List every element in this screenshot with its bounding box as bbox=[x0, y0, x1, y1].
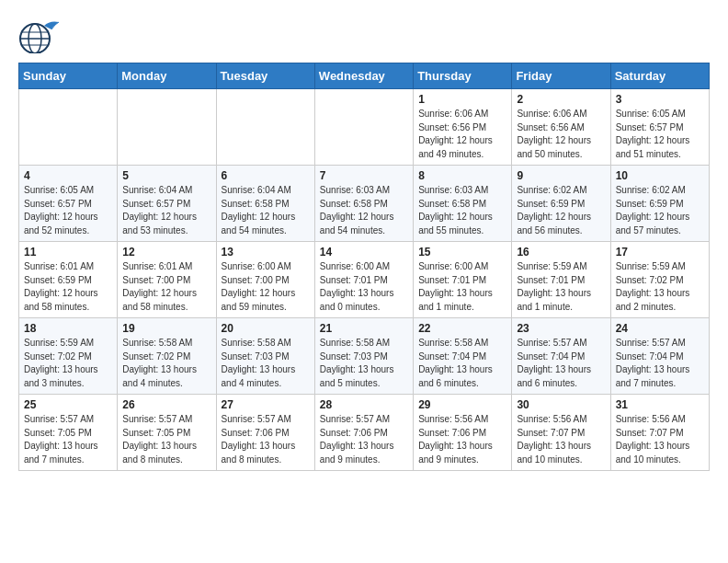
calendar-cell: 12Sunrise: 6:01 AM Sunset: 7:00 PM Dayli… bbox=[118, 242, 216, 318]
calendar-cell: 9Sunrise: 6:02 AM Sunset: 6:59 PM Daylig… bbox=[512, 166, 610, 242]
day-number: 26 bbox=[122, 398, 210, 411]
calendar-cell bbox=[314, 89, 413, 166]
day-info: Sunrise: 6:02 AM Sunset: 6:59 PM Dayligh… bbox=[517, 184, 605, 237]
logo-icon bbox=[18, 18, 59, 53]
calendar-cell: 2Sunrise: 6:06 AM Sunset: 6:56 AM Daylig… bbox=[512, 89, 610, 166]
calendar-cell: 31Sunrise: 5:56 AM Sunset: 7:07 PM Dayli… bbox=[610, 395, 709, 471]
day-number: 18 bbox=[24, 322, 112, 335]
day-info: Sunrise: 5:56 AM Sunset: 7:07 PM Dayligh… bbox=[616, 413, 704, 466]
day-info: Sunrise: 6:00 AM Sunset: 7:01 PM Dayligh… bbox=[418, 260, 506, 314]
day-number: 21 bbox=[320, 322, 408, 335]
day-number: 14 bbox=[320, 246, 408, 259]
weekday-header: Thursday bbox=[414, 63, 512, 89]
calendar-cell: 20Sunrise: 5:58 AM Sunset: 7:03 PM Dayli… bbox=[216, 318, 314, 395]
day-info: Sunrise: 5:57 AM Sunset: 7:06 PM Dayligh… bbox=[222, 413, 310, 466]
calendar-cell: 23Sunrise: 5:57 AM Sunset: 7:04 PM Dayli… bbox=[512, 318, 610, 395]
calendar-table: SundayMondayTuesdayWednesdayThursdayFrid… bbox=[18, 63, 710, 471]
logo bbox=[18, 18, 61, 53]
calendar-cell bbox=[118, 89, 216, 166]
calendar-cell: 18Sunrise: 5:59 AM Sunset: 7:02 PM Dayli… bbox=[19, 318, 118, 395]
day-number: 25 bbox=[24, 398, 112, 411]
day-number: 4 bbox=[24, 169, 112, 182]
day-info: Sunrise: 5:59 AM Sunset: 7:02 PM Dayligh… bbox=[24, 337, 112, 390]
day-info: Sunrise: 5:57 AM Sunset: 7:05 PM Dayligh… bbox=[24, 413, 112, 466]
day-number: 6 bbox=[222, 169, 310, 182]
calendar-cell: 14Sunrise: 6:00 AM Sunset: 7:01 PM Dayli… bbox=[314, 242, 413, 318]
day-info: Sunrise: 5:58 AM Sunset: 7:02 PM Dayligh… bbox=[122, 337, 210, 390]
calendar-cell: 8Sunrise: 6:03 AM Sunset: 6:58 PM Daylig… bbox=[414, 166, 512, 242]
calendar-cell: 10Sunrise: 6:02 AM Sunset: 6:59 PM Dayli… bbox=[610, 166, 709, 242]
day-info: Sunrise: 6:06 AM Sunset: 6:56 PM Dayligh… bbox=[418, 108, 506, 161]
day-info: Sunrise: 5:58 AM Sunset: 7:03 PM Dayligh… bbox=[222, 337, 310, 390]
day-number: 27 bbox=[222, 398, 310, 411]
calendar-cell: 30Sunrise: 5:56 AM Sunset: 7:07 PM Dayli… bbox=[512, 395, 610, 471]
day-info: Sunrise: 5:58 AM Sunset: 7:04 PM Dayligh… bbox=[418, 337, 506, 390]
day-info: Sunrise: 5:57 AM Sunset: 7:05 PM Dayligh… bbox=[122, 413, 210, 466]
calendar-cell: 4Sunrise: 6:05 AM Sunset: 6:57 PM Daylig… bbox=[19, 166, 118, 242]
calendar-cell: 29Sunrise: 5:56 AM Sunset: 7:06 PM Dayli… bbox=[414, 395, 512, 471]
calendar-cell: 26Sunrise: 5:57 AM Sunset: 7:05 PM Dayli… bbox=[118, 395, 216, 471]
day-number: 7 bbox=[320, 169, 408, 182]
day-info: Sunrise: 6:00 AM Sunset: 7:01 PM Dayligh… bbox=[320, 260, 408, 314]
calendar-cell: 5Sunrise: 6:04 AM Sunset: 6:57 PM Daylig… bbox=[118, 166, 216, 242]
weekday-header: Wednesday bbox=[314, 63, 413, 89]
day-info: Sunrise: 6:02 AM Sunset: 6:59 PM Dayligh… bbox=[616, 184, 704, 237]
calendar-cell: 7Sunrise: 6:03 AM Sunset: 6:58 PM Daylig… bbox=[314, 166, 413, 242]
day-number: 22 bbox=[418, 322, 506, 335]
day-info: Sunrise: 6:01 AM Sunset: 7:00 PM Dayligh… bbox=[122, 260, 210, 314]
day-info: Sunrise: 5:58 AM Sunset: 7:03 PM Dayligh… bbox=[320, 337, 408, 390]
day-number: 2 bbox=[517, 93, 605, 106]
day-number: 31 bbox=[616, 398, 704, 411]
calendar-cell: 16Sunrise: 5:59 AM Sunset: 7:01 PM Dayli… bbox=[512, 242, 610, 318]
day-info: Sunrise: 5:56 AM Sunset: 7:07 PM Dayligh… bbox=[517, 413, 605, 466]
day-info: Sunrise: 6:01 AM Sunset: 6:59 PM Dayligh… bbox=[24, 260, 112, 314]
calendar-cell: 13Sunrise: 6:00 AM Sunset: 7:00 PM Dayli… bbox=[216, 242, 314, 318]
weekday-header: Tuesday bbox=[216, 63, 314, 89]
day-number: 11 bbox=[24, 246, 112, 259]
day-number: 8 bbox=[418, 169, 506, 182]
calendar-cell: 6Sunrise: 6:04 AM Sunset: 6:58 PM Daylig… bbox=[216, 166, 314, 242]
day-info: Sunrise: 6:05 AM Sunset: 6:57 PM Dayligh… bbox=[24, 184, 112, 237]
calendar-cell: 24Sunrise: 5:57 AM Sunset: 7:04 PM Dayli… bbox=[610, 318, 709, 395]
day-info: Sunrise: 6:05 AM Sunset: 6:57 PM Dayligh… bbox=[616, 108, 704, 161]
calendar-cell bbox=[216, 89, 314, 166]
weekday-header: Saturday bbox=[610, 63, 709, 89]
calendar-cell: 22Sunrise: 5:58 AM Sunset: 7:04 PM Dayli… bbox=[414, 318, 512, 395]
day-info: Sunrise: 5:59 AM Sunset: 7:02 PM Dayligh… bbox=[616, 260, 704, 314]
day-info: Sunrise: 6:06 AM Sunset: 6:56 AM Dayligh… bbox=[517, 108, 605, 161]
calendar-cell: 21Sunrise: 5:58 AM Sunset: 7:03 PM Dayli… bbox=[314, 318, 413, 395]
day-number: 5 bbox=[122, 169, 210, 182]
weekday-header: Friday bbox=[512, 63, 610, 89]
day-info: Sunrise: 6:00 AM Sunset: 7:00 PM Dayligh… bbox=[222, 260, 310, 314]
day-number: 3 bbox=[616, 93, 704, 106]
day-info: Sunrise: 6:04 AM Sunset: 6:58 PM Dayligh… bbox=[222, 184, 310, 237]
day-info: Sunrise: 6:03 AM Sunset: 6:58 PM Dayligh… bbox=[320, 184, 408, 237]
day-number: 24 bbox=[616, 322, 704, 335]
page-header bbox=[18, 18, 710, 53]
day-number: 12 bbox=[122, 246, 210, 259]
day-number: 23 bbox=[517, 322, 605, 335]
calendar-cell: 1Sunrise: 6:06 AM Sunset: 6:56 PM Daylig… bbox=[414, 89, 512, 166]
calendar-cell: 17Sunrise: 5:59 AM Sunset: 7:02 PM Dayli… bbox=[610, 242, 709, 318]
calendar-cell: 11Sunrise: 6:01 AM Sunset: 6:59 PM Dayli… bbox=[19, 242, 118, 318]
calendar-cell: 27Sunrise: 5:57 AM Sunset: 7:06 PM Dayli… bbox=[216, 395, 314, 471]
day-number: 1 bbox=[418, 93, 506, 106]
day-number: 16 bbox=[517, 246, 605, 259]
day-info: Sunrise: 6:04 AM Sunset: 6:57 PM Dayligh… bbox=[122, 184, 210, 237]
day-info: Sunrise: 5:57 AM Sunset: 7:06 PM Dayligh… bbox=[320, 413, 408, 466]
day-number: 30 bbox=[517, 398, 605, 411]
calendar-cell: 15Sunrise: 6:00 AM Sunset: 7:01 PM Dayli… bbox=[414, 242, 512, 318]
day-info: Sunrise: 6:03 AM Sunset: 6:58 PM Dayligh… bbox=[418, 184, 506, 237]
weekday-header: Monday bbox=[118, 63, 216, 89]
day-info: Sunrise: 5:59 AM Sunset: 7:01 PM Dayligh… bbox=[517, 260, 605, 314]
day-number: 10 bbox=[616, 169, 704, 182]
day-info: Sunrise: 5:57 AM Sunset: 7:04 PM Dayligh… bbox=[517, 337, 605, 390]
calendar-cell: 25Sunrise: 5:57 AM Sunset: 7:05 PM Dayli… bbox=[19, 395, 118, 471]
day-number: 17 bbox=[616, 246, 704, 259]
weekday-header: Sunday bbox=[19, 63, 118, 89]
day-info: Sunrise: 5:56 AM Sunset: 7:06 PM Dayligh… bbox=[418, 413, 506, 466]
calendar-cell: 28Sunrise: 5:57 AM Sunset: 7:06 PM Dayli… bbox=[314, 395, 413, 471]
day-number: 19 bbox=[122, 322, 210, 335]
day-number: 20 bbox=[222, 322, 310, 335]
day-number: 9 bbox=[517, 169, 605, 182]
